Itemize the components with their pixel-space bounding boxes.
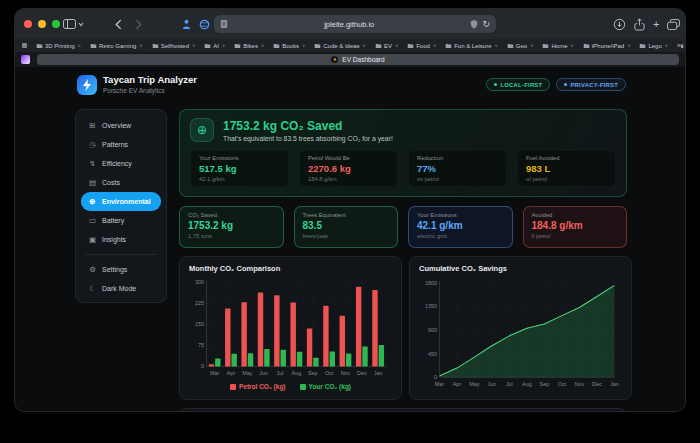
reload-icon[interactable]: ↻ — [482, 20, 490, 29]
sidebar-toggle-button[interactable] — [63, 16, 84, 32]
monthly-co2-chart-card: Monthly CO₂ Comparison MarAprMayJunJulAu… — [179, 256, 402, 400]
tile-value: 77% — [417, 163, 498, 174]
svg-text:Dec: Dec — [592, 381, 602, 387]
bookmark-folder[interactable]: EV — [375, 43, 398, 49]
legend-your[interactable]: Your CO₂ (kg) — [300, 383, 352, 390]
forward-button[interactable] — [135, 16, 142, 32]
extension-button-1[interactable] — [181, 16, 192, 32]
close-window-button[interactable] — [24, 20, 32, 28]
pinned-tab[interactable] — [21, 55, 30, 64]
back-icon — [115, 19, 122, 30]
bookmark-folder[interactable]: Bikes — [234, 43, 264, 49]
gear-icon: ⚙ — [88, 265, 97, 274]
svg-text:Mar: Mar — [210, 370, 219, 376]
sidebar-item-dark-mode[interactable]: ☾Dark Mode — [81, 279, 161, 298]
sidebar-item-environmental[interactable]: ⊕Environmental — [81, 192, 161, 211]
downloads-button[interactable] — [613, 16, 626, 32]
page-header: Taycan Trip Analyzer Porsche EV Analytic… — [15, 67, 685, 103]
sidebar-icon — [63, 19, 76, 29]
tile-reduction: Reduction 77% vs petrol — [408, 150, 507, 187]
bookmark-folder[interactable]: Books — [273, 43, 305, 49]
svg-text:May: May — [469, 381, 479, 387]
stat-co2-saved: CO₂ Saved 1753.2 kg 1.75 tons — [179, 206, 284, 248]
bookmark-folder[interactable]: iPhone/iPad — [583, 43, 631, 49]
environmental-panel: ⊕ 1753.2 kg CO₂ Saved That's equivalent … — [179, 109, 627, 411]
status-dot-icon — [564, 83, 567, 86]
chevron-down-icon — [78, 22, 84, 27]
bookmark-folder[interactable]: Retro Gaming — [90, 43, 143, 49]
bookmark-folder[interactable]: 3D Printing — [36, 43, 81, 49]
sidebar-item-settings[interactable]: ⚙Settings — [81, 260, 161, 279]
svg-text:225: 225 — [195, 300, 204, 306]
tab-favicon — [331, 56, 338, 63]
browser-window: jpleite.github.io ↻ + 3D Printing Retro … — [14, 8, 686, 412]
svg-text:Oct: Oct — [325, 370, 334, 376]
sidebar-item-patterns[interactable]: ◷Patterns — [81, 135, 161, 154]
tile-fuel-avoided: Fuel Avoided 983 L of petrol — [517, 150, 616, 187]
bookmark-folder[interactable]: Fun & Leisure — [445, 43, 498, 49]
bookmark-folder[interactable]: Geo — [507, 43, 534, 49]
sidebar-divider — [85, 254, 157, 255]
tab-bar: EV Dashboard — [15, 52, 685, 67]
svg-text:0: 0 — [434, 374, 437, 380]
zoom-window-button[interactable] — [52, 20, 60, 28]
back-button[interactable] — [115, 16, 122, 32]
stat-avoided: Avoided 184.8 g/km if petrol — [523, 206, 628, 248]
tab-overview-button[interactable] — [667, 16, 680, 32]
stat-cards-row: CO₂ Saved 1753.2 kg 1.75 tons Trees Equi… — [179, 206, 627, 248]
lightning-icon: ↯ — [88, 159, 97, 168]
sidebar-item-overview[interactable]: ⊞Overview — [81, 116, 161, 135]
svg-text:May: May — [242, 370, 252, 376]
minimize-window-button[interactable] — [38, 20, 46, 28]
forward-icon — [135, 19, 142, 30]
legend-petrol[interactable]: Petrol CO₂ (kg) — [230, 383, 286, 390]
svg-text:Nov: Nov — [575, 381, 585, 387]
svg-text:75: 75 — [198, 342, 204, 348]
co2-saved-hero-card: ⊕ 1753.2 kg CO₂ Saved That's equivalent … — [179, 109, 627, 197]
bookmarks-overflow-button[interactable]: » — [671, 39, 681, 52]
sidebar-item-battery[interactable]: ▭Battery — [81, 211, 161, 230]
svg-text:Jan: Jan — [374, 370, 383, 376]
charts-row: Monthly CO₂ Comparison MarAprMayJunJulAu… — [179, 256, 627, 400]
bookmark-folder[interactable]: Code & Ideas — [314, 43, 366, 49]
chart-legend: Petrol CO₂ (kg) Your CO₂ (kg) — [189, 381, 392, 392]
stat-value: 83.5 — [303, 220, 390, 231]
tile-value: 2270.6 kg — [308, 163, 389, 174]
address-bar[interactable]: jpleite.github.io ↻ — [214, 15, 496, 33]
tab-overview-icon — [667, 19, 680, 30]
reader-icon — [220, 19, 228, 29]
sidebar-item-costs[interactable]: ▤Costs — [81, 173, 161, 192]
globe-extension-icon — [199, 19, 210, 30]
bookmark-folder[interactable]: Food — [407, 43, 436, 49]
tile-petrol-would-be: Petrol Would Be 2270.6 kg 184.8 g/km — [299, 150, 398, 187]
bookmark-folder[interactable]: Home — [542, 43, 573, 49]
svg-text:Aug: Aug — [292, 370, 302, 376]
bookmark-folder[interactable]: Selfhosted — [152, 43, 196, 49]
traffic-lights — [24, 20, 60, 28]
sidebar-nav: ⊞Overview ◷Patterns ↯Efficiency ▤Costs ⊕… — [75, 109, 167, 303]
svg-text:Apr: Apr — [453, 381, 462, 387]
sidebar-item-efficiency[interactable]: ↯Efficiency — [81, 154, 161, 173]
share-button[interactable] — [634, 16, 645, 32]
extension-button-2[interactable] — [199, 16, 210, 32]
stat-your-emissions: Your Emissions 42.1 g/km electric grid — [408, 206, 513, 248]
new-tab-button[interactable]: + — [653, 16, 659, 32]
bookmarks-bar: 3D Printing Retro Gaming Selfhosted AI B… — [15, 39, 685, 52]
tab-ev-dashboard[interactable]: EV Dashboard — [37, 54, 679, 65]
legend-swatch-red — [230, 384, 236, 390]
svg-text:Jul: Jul — [506, 381, 513, 387]
bookmark-folder[interactable]: Lego — [639, 43, 668, 49]
sidebar-item-insights[interactable]: ▣Insights — [81, 230, 161, 249]
stat-value: 1753.2 kg — [188, 220, 275, 231]
moon-icon: ☾ — [88, 284, 97, 293]
url-text: jpleite.github.io — [228, 20, 470, 29]
chart-title: Monthly CO₂ Comparison — [189, 264, 392, 273]
page-subtitle: Porsche EV Analytics — [103, 87, 197, 94]
svg-text:Aug: Aug — [522, 381, 532, 387]
svg-text:Nov: Nov — [341, 370, 351, 376]
cumulative-co2-chart-card: Cumulative CO₂ Savings MarAprMayJunJulAu… — [409, 256, 632, 400]
clock-icon: ◷ — [88, 140, 97, 149]
browser-toolbar: jpleite.github.io ↻ + — [15, 9, 685, 39]
privacy-first-badge: PRIVACY-FIRST — [556, 78, 626, 91]
bookmark-folder[interactable]: AI — [204, 43, 225, 49]
